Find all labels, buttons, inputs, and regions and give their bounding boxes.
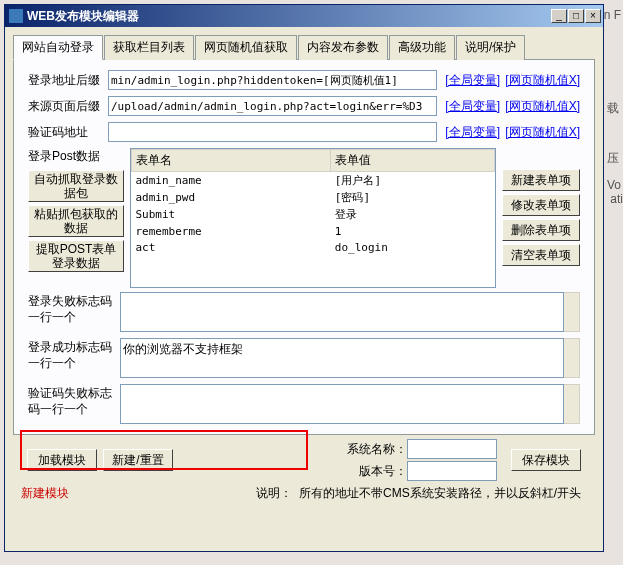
table-row[interactable]: actdo_login: [132, 239, 495, 255]
edit-item-button[interactable]: 修改表单项: [502, 194, 580, 216]
col-form-name[interactable]: 表单名: [132, 150, 331, 172]
referer-label: 来源页面后缀: [28, 98, 108, 115]
auto-capture-button[interactable]: 自动抓取登录数据包: [28, 170, 124, 202]
bg-text: Vo: [607, 178, 621, 192]
minimize-button[interactable]: _: [551, 9, 567, 23]
col-form-value[interactable]: 表单值: [331, 150, 495, 172]
link-global-var[interactable]: [全局变量]: [445, 99, 500, 113]
link-random-val[interactable]: [网页随机值X]: [505, 125, 580, 139]
tab-auto-login[interactable]: 网站自动登录: [13, 35, 103, 60]
tab-publish-params[interactable]: 内容发布参数: [298, 35, 388, 60]
status-mode: 新建模块: [21, 485, 69, 502]
captcha-fail-label: 验证码失败标志码一行一个: [28, 384, 120, 424]
table-row[interactable]: admin_name[用户名]: [132, 172, 495, 190]
link-global-var[interactable]: [全局变量]: [445, 125, 500, 139]
bg-text: n F: [604, 8, 621, 22]
scrollbar[interactable]: [564, 338, 580, 378]
close-button[interactable]: ×: [585, 9, 601, 23]
paste-capture-button[interactable]: 粘贴抓包获取的数据: [28, 205, 124, 237]
login-fail-label: 登录失败标志码一行一个: [28, 292, 120, 332]
tab-random-value[interactable]: 网页随机值获取: [195, 35, 297, 60]
referer-input[interactable]: [108, 96, 437, 116]
login-success-label: 登录成功标志码一行一个: [28, 338, 120, 378]
new-reset-button[interactable]: 新建/重置: [103, 449, 173, 471]
extract-post-button[interactable]: 提取POST表单登录数据: [28, 240, 124, 272]
status-help: 说明： 所有的地址不带CMS系统安装路径，并以反斜杠/开头: [69, 485, 581, 502]
editor-window: WEB发布模块编辑器 _ □ × 网站自动登录 获取栏目列表 网页随机值获取 内…: [4, 4, 604, 552]
window-title: WEB发布模块编辑器: [27, 8, 551, 25]
link-random-val[interactable]: [网页随机值X]: [505, 99, 580, 113]
scrollbar[interactable]: [564, 384, 580, 424]
table-row[interactable]: admin_pwd[密码]: [132, 189, 495, 206]
save-module-button[interactable]: 保存模块: [511, 449, 581, 471]
system-name-input[interactable]: [407, 439, 497, 459]
bg-text: 载: [607, 100, 619, 117]
captcha-label: 验证码地址: [28, 124, 108, 141]
post-data-label: 登录Post数据: [28, 148, 124, 165]
delete-item-button[interactable]: 删除表单项: [502, 219, 580, 241]
maximize-button[interactable]: □: [568, 9, 584, 23]
system-name-label: 系统名称：: [347, 441, 407, 458]
login-fail-textarea[interactable]: [120, 292, 564, 332]
tabpanel-auto-login: 登录地址后缀 [全局变量] [网页随机值X] 来源页面后缀 [全局变量] [网页…: [13, 60, 595, 435]
link-random-val[interactable]: [网页随机值X]: [505, 73, 580, 87]
captcha-input[interactable]: [108, 122, 437, 142]
captcha-fail-textarea[interactable]: [120, 384, 564, 424]
post-data-table[interactable]: 表单名表单值 admin_name[用户名] admin_pwd[密码] Sub…: [130, 148, 496, 288]
app-icon: [9, 9, 23, 23]
new-item-button[interactable]: 新建表单项: [502, 169, 580, 191]
bg-text: 压: [607, 150, 619, 167]
table-row[interactable]: Submit登录: [132, 206, 495, 223]
scrollbar[interactable]: [564, 292, 580, 332]
tab-column-list[interactable]: 获取栏目列表: [104, 35, 194, 60]
login-success-textarea[interactable]: 你的浏览器不支持框架: [120, 338, 564, 378]
login-addr-label: 登录地址后缀: [28, 72, 108, 89]
tabstrip: 网站自动登录 获取栏目列表 网页随机值获取 内容发布参数 高级功能 说明/保护: [13, 35, 595, 60]
link-global-var[interactable]: [全局变量]: [445, 73, 500, 87]
load-module-button[interactable]: 加载模块: [27, 449, 97, 471]
login-addr-input[interactable]: [108, 70, 437, 90]
tab-advanced[interactable]: 高级功能: [389, 35, 455, 60]
tab-help[interactable]: 说明/保护: [456, 35, 525, 60]
table-row[interactable]: rememberme1: [132, 223, 495, 239]
bg-text: ati: [610, 192, 623, 206]
version-label: 版本号：: [359, 463, 407, 480]
clear-items-button[interactable]: 清空表单项: [502, 244, 580, 266]
titlebar[interactable]: WEB发布模块编辑器 _ □ ×: [5, 5, 603, 27]
version-input[interactable]: [407, 461, 497, 481]
